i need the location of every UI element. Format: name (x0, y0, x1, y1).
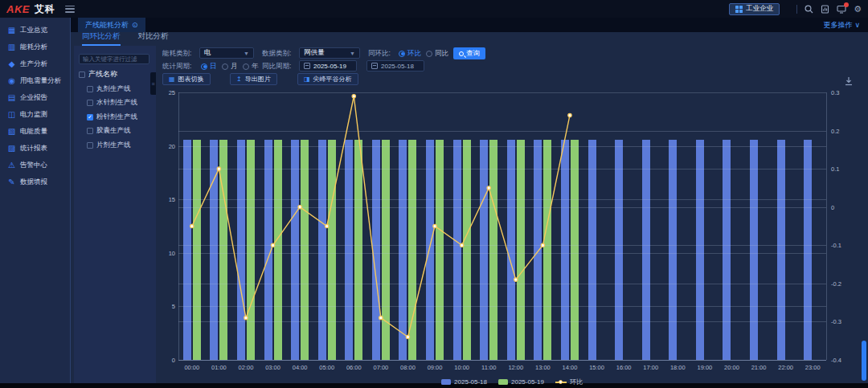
x-axis-label: 16:00 (612, 364, 636, 371)
radio-label: 日 (210, 60, 217, 72)
sidebar-item-电力监测[interactable]: ◫电力监测 (0, 106, 70, 123)
bar-2025-05-19 (382, 140, 390, 360)
gridline (178, 169, 826, 169)
tree-root-label: 产线名称 (88, 69, 117, 80)
power-quality-icon: ▧ (7, 127, 16, 136)
checkbox[interactable] (87, 142, 93, 149)
radio-环比[interactable]: 环比 (399, 47, 421, 59)
chevron-down-icon: ▼ (244, 51, 249, 56)
y-axis-left-label: 5 (161, 303, 175, 310)
x-axis-label: 01:00 (207, 364, 231, 371)
radio-同比[interactable]: 同比 (426, 47, 448, 59)
x-axis-label: 05:00 (315, 364, 339, 371)
sidebar-item-label: 生产分析 (20, 59, 47, 69)
enterprise-button-label: 工业企业 (746, 4, 773, 14)
query-button[interactable]: 查询 (453, 47, 485, 59)
sidebar-item-统计报表[interactable]: ▨统计报表 (0, 140, 70, 157)
tree-node-胶囊生产线[interactable]: 胶囊生产线 (87, 126, 153, 136)
scrollbar-thumb[interactable] (862, 341, 866, 381)
energy-type-select[interactable]: 电▼ (199, 47, 254, 59)
gear-icon[interactable]: ⚙ (854, 5, 862, 14)
sidebar-item-label: 电能质量 (20, 127, 47, 137)
radio-月[interactable]: 月 (222, 60, 238, 72)
search-icon[interactable] (805, 5, 813, 14)
date-picker-primary[interactable]: 2025-05-19 (299, 60, 357, 71)
sidebar-item-label: 工业总览 (20, 26, 47, 35)
date-compare-value: 2025-05-18 (381, 63, 414, 70)
y-axis-right-label: -0.1 (831, 242, 841, 249)
tree-node-片剂生产线[interactable]: 片剂生产线 (87, 141, 153, 150)
alarm-center-icon: ⚠ (7, 161, 16, 169)
demand-analysis-icon: ◉ (7, 76, 16, 85)
tree-node-粉针剂生产线[interactable]: ✓粉针剂生产线 (87, 112, 153, 122)
date-picker-compare[interactable]: 2025-05-18 (366, 60, 424, 71)
checkbox[interactable] (87, 128, 93, 134)
checkbox[interactable]: ✓ (87, 114, 93, 120)
action-button-导出图片[interactable]: ↥导出图片 (230, 73, 277, 85)
subtab-同环比分析[interactable]: 同环比分析 (82, 31, 121, 46)
compare-period-label: 同比周期: (262, 60, 291, 72)
monitor-icon[interactable] (837, 5, 846, 14)
tree-node-label: 片剂生产线 (96, 141, 131, 150)
y-axis-left-label: 10 (161, 250, 175, 257)
bar-2025-05-18 (453, 140, 461, 360)
sidebar-item-工业总览[interactable]: ▦工业总览 (0, 22, 70, 39)
period-label: 统计周期: (162, 60, 191, 72)
data-type-select[interactable]: 网供量▼ (299, 47, 360, 59)
tab-close-icon[interactable]: ⊙ (132, 21, 138, 29)
x-axis-label: 17:00 (639, 364, 663, 371)
action-button-尖峰平谷分析[interactable]: ◨尖峰平谷分析 (297, 73, 358, 85)
gridline (178, 253, 826, 254)
axis-edge (826, 92, 827, 360)
action-button-label: 导出图片 (245, 75, 271, 84)
tree-node-label: 胶囊生产线 (96, 126, 131, 136)
y-axis-right-label: 0.2 (831, 128, 839, 135)
tree-root-node[interactable]: 产线名称 (79, 69, 153, 80)
tree-node-丸剂生产线[interactable]: 丸剂生产线 (87, 84, 153, 94)
radio-日[interactable]: 日 (201, 60, 217, 72)
tree-collapse-handle[interactable]: ≡ (150, 72, 156, 95)
sidebar-item-生产分析[interactable]: ◆生产分析 (0, 55, 70, 72)
sidebar-item-电能质量[interactable]: ▧电能质量 (0, 123, 70, 140)
sidebar-item-企业报告[interactable]: ▤企业报告 (0, 89, 70, 106)
gridline (178, 306, 826, 307)
divider (796, 5, 797, 14)
more-actions-button[interactable]: 更多操作 ∨ (823, 18, 860, 32)
subtab-对比分析[interactable]: 对比分析 (138, 31, 169, 46)
sidebar-item-label: 电力监测 (20, 110, 47, 120)
data-entry-icon: ✎ (7, 178, 16, 186)
sidebar-item-用电需量分析[interactable]: ◉用电需量分析 (0, 72, 70, 89)
tab-production-line-energy[interactable]: 产线能耗分析 ⊙ (78, 18, 145, 32)
tree-search-input[interactable] (79, 54, 149, 64)
x-axis-label: 06:00 (342, 364, 366, 371)
legend-item-2025-05-19[interactable]: 2025-05-19 (498, 378, 544, 386)
enterprise-button[interactable]: 工业企业 (729, 3, 780, 15)
chart-switch-icon: ▦ (169, 76, 175, 83)
bar-2025-05-18 (426, 140, 434, 360)
tree-node-label: 水针剂生产线 (96, 98, 137, 108)
sidebar-item-告警中心[interactable]: ⚠告警中心 (0, 157, 70, 174)
logo-text: AKE (6, 3, 30, 15)
sidebar-item-数据填报[interactable]: ✎数据填报 (0, 174, 70, 190)
x-axis-label: 08:00 (395, 364, 420, 371)
radio-icon (243, 63, 249, 70)
bar-2025-05-18 (399, 140, 407, 360)
tree-node-label: 粉针剂生产线 (96, 112, 137, 122)
tree-node-水针剂生产线[interactable]: 水针剂生产线 (87, 98, 153, 108)
report-icon[interactable] (821, 5, 829, 14)
sidebar-item-label: 企业报告 (20, 93, 47, 103)
checkbox[interactable] (79, 71, 85, 78)
gridline (178, 207, 826, 208)
production-line-tree-panel: 产线名称 丸剂生产线水针剂生产线✓粉针剂生产线胶囊生产线片剂生产线 (74, 46, 156, 384)
checkbox[interactable] (87, 100, 93, 106)
action-button-图表切换[interactable]: ▦图表切换 (162, 73, 211, 85)
checkbox[interactable] (87, 86, 93, 92)
menu-collapse-icon[interactable] (65, 6, 75, 13)
legend-item-环比[interactable]: 环比 (555, 378, 583, 386)
data-type-label: 数据类别: (262, 47, 291, 59)
radio-年[interactable]: 年 (243, 60, 259, 72)
chart-download-icon[interactable] (844, 75, 854, 84)
legend-item-2025-05-18[interactable]: 2025-05-18 (441, 378, 487, 386)
sidebar-item-能耗分析[interactable]: ▥能耗分析 (0, 39, 70, 55)
legend-swatch (498, 379, 508, 385)
